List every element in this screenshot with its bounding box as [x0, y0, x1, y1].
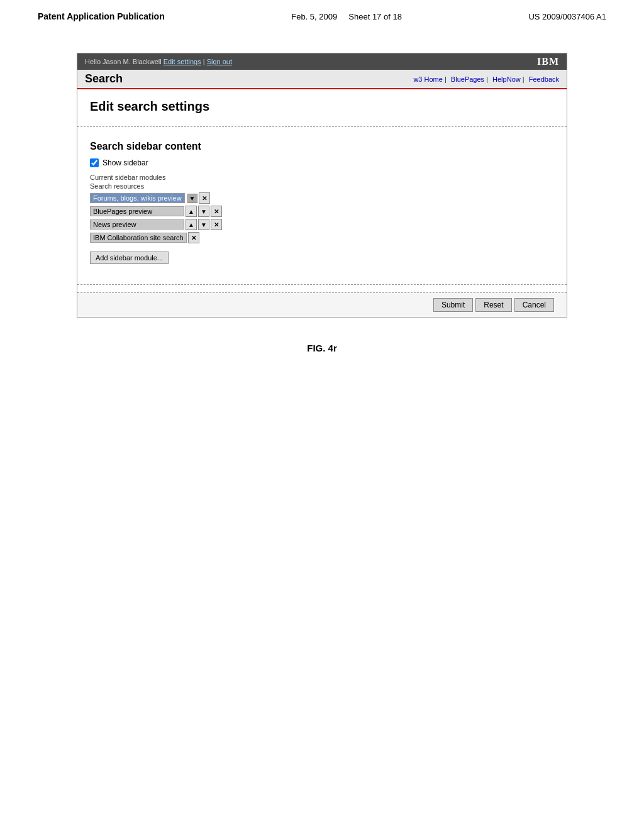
module-name-4[interactable]: IBM Collaboration site search	[90, 233, 187, 243]
section-title: Search sidebar content	[90, 141, 554, 152]
nav-link-feedback[interactable]: Feedback	[529, 75, 559, 83]
module-row-4: IBM Collaboration site search ✕	[90, 232, 554, 243]
patent-header-left: Patent Application Publication	[38, 11, 165, 21]
module-name-3[interactable]: News preview	[90, 219, 184, 230]
app-header-user: Hello Jason M. Blackwell Edit settings |…	[85, 58, 232, 65]
module-up-2[interactable]: ▲	[186, 206, 197, 217]
module-name-2[interactable]: BluePages preview	[90, 206, 184, 216]
reset-button[interactable]: Reset	[475, 298, 511, 312]
submit-button[interactable]: Submit	[433, 298, 473, 312]
search-sidebar-section: Search sidebar content Show sidebar Curr…	[77, 135, 567, 277]
module-down-2[interactable]: ▼	[198, 206, 209, 217]
nav-link-bluepages[interactable]: BluePages	[451, 75, 484, 83]
section-divider-1	[77, 126, 567, 127]
module-name-1[interactable]: Forums, blogs, wikis preview	[90, 193, 185, 203]
add-module-btn[interactable]: Add sidebar module...	[90, 252, 169, 264]
patent-header: Patent Application Publication Feb. 5, 2…	[0, 0, 644, 28]
module-row-2: BluePages preview ▲ ▼ ✕	[90, 206, 554, 217]
app-nav-links: w3 Home | BluePages | HelpNow | Feedback	[411, 75, 559, 83]
user-greeting: Hello Jason M. Blackwell	[85, 58, 162, 65]
patent-date: Feb. 5, 2009	[291, 12, 337, 21]
figure-label: FIG. 4r	[50, 343, 594, 353]
app-nav-bar: Search w3 Home | BluePages | HelpNow | F…	[77, 70, 567, 89]
module-remove-1[interactable]: ✕	[199, 192, 210, 204]
module-dropdown-1[interactable]: ▼	[187, 194, 197, 203]
module-up-3[interactable]: ▲	[186, 219, 197, 230]
patent-sheet: Sheet 17 of 18	[348, 12, 402, 21]
show-sidebar-checkbox[interactable]	[90, 158, 99, 167]
search-resources-label: Search resources	[90, 182, 554, 190]
main-content: Hello Jason M. Blackwell Edit settings |…	[0, 28, 644, 379]
nav-link-helpnow[interactable]: HelpNow	[492, 75, 521, 83]
page-title: Edit search settings	[77, 89, 567, 119]
module-remove-3[interactable]: ✕	[211, 219, 222, 230]
module-down-3[interactable]: ▼	[198, 219, 209, 230]
section-divider-2	[77, 284, 567, 285]
edit-settings-link[interactable]: Edit settings	[164, 58, 201, 65]
ibm-logo: IBM	[537, 56, 559, 67]
show-sidebar-label: Show sidebar	[103, 158, 148, 167]
show-sidebar-row: Show sidebar	[90, 158, 554, 167]
app-container: Hello Jason M. Blackwell Edit settings |…	[77, 53, 567, 318]
patent-header-right: US 2009/0037406 A1	[528, 12, 606, 21]
footer-bar: Submit Reset Cancel	[77, 292, 567, 317]
app-header-bar: Hello Jason M. Blackwell Edit settings |…	[77, 53, 567, 70]
current-modules-label: Current sidebar modules	[90, 174, 554, 181]
module-remove-2[interactable]: ✕	[211, 206, 222, 217]
module-remove-4[interactable]: ✕	[188, 232, 199, 243]
app-nav-title: Search	[85, 72, 123, 86]
patent-header-center: Feb. 5, 2009 Sheet 17 of 18	[291, 12, 402, 21]
nav-link-w3home[interactable]: w3 Home	[413, 75, 442, 83]
module-row-1: Forums, blogs, wikis preview ▼ ✕	[90, 192, 554, 204]
module-row-3: News preview ▲ ▼ ✕	[90, 219, 554, 230]
sign-out-link[interactable]: Sign out	[207, 58, 232, 65]
cancel-button[interactable]: Cancel	[514, 298, 554, 312]
